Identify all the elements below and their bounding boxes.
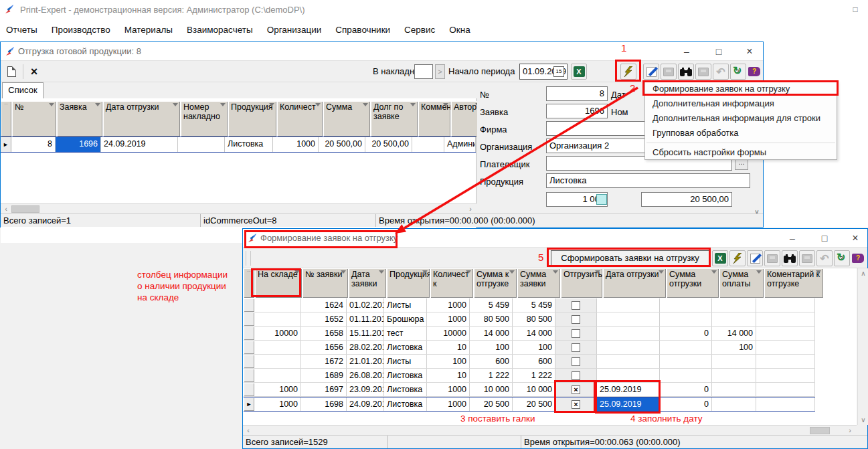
filter-icon[interactable] [443, 103, 448, 106]
cell-order_sum[interactable]: 5 459 [513, 298, 555, 312]
tab-spisok[interactable]: Список [2, 82, 44, 98]
calendar-icon[interactable]: 15 [553, 66, 564, 77]
cell-stock[interactable] [254, 312, 301, 326]
col-ship-sum[interactable]: Сумма к отгрузке [474, 268, 517, 298]
checkbox-checked[interactable]: × [572, 400, 580, 409]
product-field[interactable]: Листовка [546, 173, 750, 188]
col-order-date[interactable]: Дата заявки [349, 268, 386, 298]
checkbox-unchecked[interactable] [572, 343, 580, 352]
cell-product[interactable]: Листовка [225, 137, 273, 152]
order-field[interactable]: 1696 [546, 104, 608, 118]
menu-organizacii[interactable]: Организации [267, 25, 322, 35]
filter-icon[interactable] [341, 270, 346, 274]
win1-hscrollbar[interactable]: ‹ › [1, 203, 476, 214]
cell-stock[interactable] [254, 355, 301, 368]
filter-icon[interactable] [95, 103, 100, 106]
cell-qty[interactable]: 1000 [427, 397, 470, 411]
cell-sum[interactable]: 20 500,00 [319, 137, 365, 152]
col-stock[interactable]: На складе [255, 268, 302, 298]
cell-order_date[interactable]: 24.09.2019 [347, 397, 384, 411]
cell-stock[interactable] [254, 341, 301, 354]
checkbox-unchecked[interactable] [572, 315, 580, 324]
col-invoice[interactable]: Номер накладно [181, 101, 228, 137]
filter-icon[interactable] [509, 270, 515, 274]
filter-icon[interactable] [711, 270, 717, 274]
cell-product[interactable]: Листовка [384, 397, 427, 411]
help-button[interactable]: ? [746, 64, 762, 80]
invoice-apply-button[interactable]: > [435, 64, 445, 79]
cell-product[interactable]: Листовка [384, 341, 427, 354]
menu-materialy[interactable]: Материалы [124, 25, 173, 35]
col-ship-flag[interactable]: Отгрузить [561, 268, 602, 298]
col-qty[interactable]: Количест [277, 101, 323, 137]
sum-field-clipped[interactable]: 20 500,00 [641, 192, 732, 207]
cell-checked[interactable] [555, 355, 597, 368]
scroll-right-icon[interactable]: › [845, 426, 855, 435]
scroll-down-icon[interactable]: ∨ [858, 416, 868, 424]
checkbox-unchecked[interactable] [572, 371, 580, 380]
menu-otchety[interactable]: Отчеты [6, 25, 37, 35]
actions-button[interactable] [620, 64, 636, 80]
calculator-icon[interactable] [596, 194, 607, 205]
scroll-left-icon[interactable]: ‹ [243, 426, 254, 435]
cell-ship_date[interactable] [597, 341, 660, 354]
checkbox-unchecked[interactable] [572, 329, 580, 338]
col-shipped-sum[interactable]: Сумма отгрузки [667, 268, 719, 298]
minimize-icon[interactable]: – [675, 43, 698, 60]
cell-ship_sum[interactable]: 14 000 [470, 327, 513, 340]
excel-export-button[interactable]: X [712, 250, 728, 266]
col-qty[interactable]: Количест к [430, 268, 473, 298]
cell-comment[interactable] [756, 383, 815, 396]
cell-order_sum[interactable]: 10 000 [513, 383, 555, 396]
cell-qty[interactable]: 10 [427, 341, 470, 354]
cell-ship_date[interactable] [597, 298, 660, 312]
checkbox-unchecked[interactable] [572, 301, 580, 310]
cell-qty[interactable]: 10000 [427, 327, 470, 340]
cell-author[interactable]: Админист [444, 137, 476, 152]
cell-product[interactable]: тест [384, 327, 427, 340]
cell-order_sum[interactable]: 20 500 [513, 397, 555, 411]
filter-icon[interactable] [363, 103, 368, 106]
filter-icon[interactable] [315, 103, 321, 106]
cell-product[interactable]: Листы [384, 355, 427, 368]
table-row[interactable]: 165201.11.2017Брошюра100080 50080 500 [244, 312, 815, 327]
table-row[interactable]: 165628.02.2018Листовка10100100100 [244, 341, 815, 355]
table-row[interactable]: 10000165815.11.2017тест1000014 00014 000… [244, 327, 815, 341]
cell-order_date[interactable]: 28.02.2018 [347, 341, 384, 354]
actions-button[interactable] [729, 250, 746, 266]
cell-ship_date[interactable] [597, 369, 660, 382]
cell-order_sum[interactable]: 600 [513, 355, 555, 368]
cell-comment[interactable] [756, 355, 815, 368]
win2-hscrollbar[interactable]: ‹ › [243, 425, 857, 436]
cell-num[interactable]: 8 [11, 137, 56, 152]
cell-ship_date[interactable] [597, 312, 660, 326]
col-order-num[interactable]: № заявки [302, 268, 348, 298]
menu-item-reset-form[interactable]: Сбросить настройки формы [645, 145, 837, 160]
cell-checked[interactable] [555, 312, 597, 326]
cell-paid_sum[interactable]: 14 000 [712, 327, 756, 340]
menu-proizvodstvo[interactable]: Производство [52, 25, 110, 35]
cell-order[interactable]: 1698 [301, 397, 347, 411]
refresh-button[interactable]: 2↻ [730, 64, 746, 80]
cell-shipped_sum[interactable]: 0 [660, 327, 712, 340]
cell-qty[interactable]: 1000 [273, 137, 319, 152]
menu-item-additional-info-row[interactable]: Дополнительная информация для строки [645, 111, 837, 126]
filter-icon[interactable] [269, 103, 274, 106]
cell-stock[interactable] [254, 298, 301, 312]
table-row[interactable]: 1000169723.09.2019Листовка100010 00010 0… [244, 383, 815, 397]
cell-order_sum[interactable]: 1 222 [513, 369, 555, 382]
cell-ship_sum[interactable]: 20 500 [470, 397, 513, 411]
menu-okna[interactable]: Окна [449, 25, 470, 35]
cell-qty[interactable]: 100 [427, 355, 470, 368]
scroll-up-icon[interactable]: ∧ [858, 270, 868, 277]
cell-ship_date[interactable] [597, 327, 660, 340]
delete-button[interactable]: × [26, 64, 42, 80]
cell-stock[interactable]: 1000 [254, 397, 301, 411]
cell-ship_sum[interactable]: 5 459 [470, 298, 513, 312]
checkbox-checked[interactable]: × [572, 385, 580, 394]
cell-ship_sum[interactable]: 100 [470, 341, 513, 354]
cell-paid_sum[interactable] [712, 369, 756, 382]
generate-requests-button[interactable]: Сформировать заявки на отгрузку [551, 250, 709, 266]
filter-icon[interactable] [173, 103, 178, 106]
main-titlebar[interactable]: Print-Expert - демонстрационная версия: … [0, 0, 868, 19]
